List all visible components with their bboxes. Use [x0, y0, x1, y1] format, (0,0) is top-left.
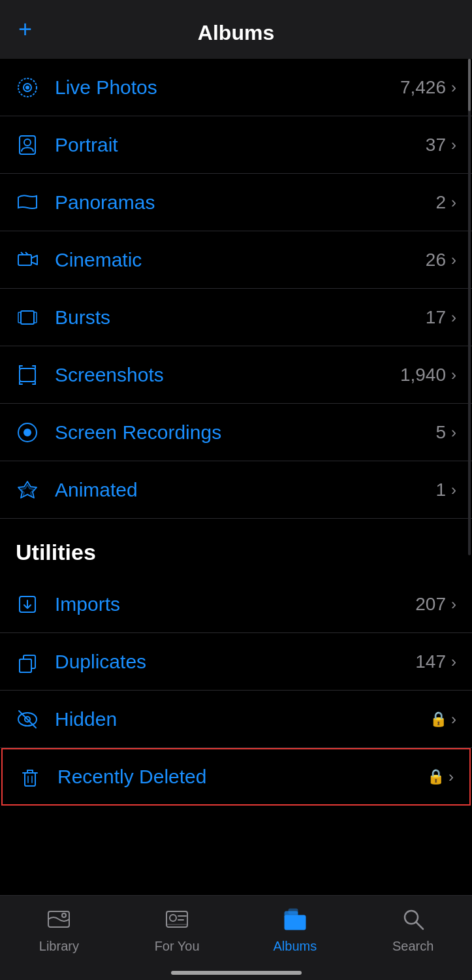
albums-tab-label: Albums	[274, 939, 317, 954]
screen-recordings-chevron: ›	[451, 423, 456, 442]
svg-rect-20	[20, 659, 31, 672]
live-photos-chevron: ›	[451, 78, 456, 97]
duplicates-icon	[16, 650, 50, 674]
animated-count: 1	[435, 480, 446, 500]
portrait-label: Portrait	[55, 134, 426, 156]
list-item-portrait[interactable]: Portrait 37 ›	[0, 116, 472, 174]
list-item-cinematic[interactable]: Cinematic 26 ›	[0, 231, 472, 289]
panoramas-label: Panoramas	[55, 191, 435, 214]
panoramas-chevron: ›	[451, 193, 456, 212]
list-item-panoramas[interactable]: Panoramas 2 ›	[0, 174, 472, 231]
list-item-animated[interactable]: Animated 1 ›	[0, 461, 472, 519]
duplicates-label: Duplicates	[55, 651, 415, 673]
imports-count: 207	[415, 594, 446, 615]
svg-rect-34	[289, 909, 298, 914]
cinematic-chevron: ›	[451, 251, 456, 269]
screen-recordings-count: 5	[435, 422, 446, 443]
page-title: Albums	[198, 21, 274, 45]
list-item-imports[interactable]: Imports 207 ›	[0, 576, 472, 633]
panoramas-count: 2	[435, 192, 446, 213]
imports-icon	[16, 593, 50, 616]
recently-deleted-lock-icon: 🔒	[427, 768, 445, 785]
duplicates-count: 147	[415, 651, 446, 672]
svg-point-14	[24, 429, 31, 436]
bursts-icon	[16, 306, 50, 329]
svg-point-31	[170, 915, 176, 921]
header: + Albums	[0, 0, 472, 59]
bursts-count: 17	[426, 307, 446, 328]
list-item-duplicates[interactable]: Duplicates 147 ›	[0, 633, 472, 691]
live-photos-icon	[16, 76, 50, 99]
tab-albums[interactable]: Albums	[236, 904, 354, 954]
list-item-screen-recordings[interactable]: Screen Recordings 5 ›	[0, 404, 472, 461]
animated-icon	[16, 478, 50, 502]
hidden-chevron: ›	[451, 710, 456, 728]
albums-tab-icon	[279, 904, 311, 935]
live-photos-count: 7,426	[400, 77, 446, 98]
svg-rect-10	[18, 312, 21, 323]
recently-deleted-icon	[18, 765, 52, 789]
svg-point-4	[24, 139, 31, 146]
tab-for-you[interactable]: For You	[118, 904, 236, 954]
svg-rect-12	[20, 368, 35, 382]
svg-point-29	[62, 913, 66, 917]
list-item-screenshots[interactable]: Screenshots 1,940 ›	[0, 346, 472, 404]
imports-chevron: ›	[451, 595, 456, 613]
list-item-recently-deleted[interactable]: Recently Deleted 🔒 ›	[1, 748, 471, 806]
list-item-live-photos[interactable]: Live Photos 7,426 ›	[0, 59, 472, 116]
tab-search[interactable]: Search	[354, 904, 472, 954]
search-tab-icon	[398, 904, 429, 935]
list-item-hidden[interactable]: Hidden 🔒 ›	[0, 691, 472, 748]
portrait-count: 37	[426, 135, 446, 155]
svg-rect-24	[25, 773, 35, 786]
bursts-label: Bursts	[55, 306, 426, 329]
portrait-icon	[16, 133, 50, 157]
scrollbar[interactable]	[468, 59, 471, 555]
library-tab-icon	[43, 904, 74, 935]
screen-recordings-icon	[16, 421, 50, 444]
screenshots-icon	[16, 363, 50, 387]
recently-deleted-chevron: ›	[448, 768, 454, 786]
hidden-icon	[16, 708, 50, 731]
svg-rect-5	[18, 255, 31, 265]
search-tab-label: Search	[392, 939, 433, 954]
screenshots-label: Screenshots	[55, 364, 400, 386]
library-tab-label: Library	[39, 939, 79, 954]
live-photos-label: Live Photos	[55, 76, 400, 99]
home-indicator	[171, 971, 302, 975]
panoramas-icon	[16, 191, 50, 214]
animated-label: Animated	[55, 479, 435, 501]
scrollbar-thumb[interactable]	[468, 59, 471, 111]
hidden-lock-icon: 🔒	[430, 711, 447, 728]
cinematic-label: Cinematic	[55, 249, 426, 271]
for-you-tab-label: For You	[155, 939, 200, 954]
animated-chevron: ›	[451, 481, 456, 499]
add-button[interactable]: +	[18, 16, 32, 43]
tab-library[interactable]: Library	[0, 904, 118, 954]
svg-rect-11	[34, 312, 37, 323]
screenshots-count: 1,940	[400, 365, 446, 385]
for-you-tab-icon	[161, 904, 193, 935]
svg-line-36	[416, 922, 423, 929]
utilities-section-header: Utilities	[0, 519, 472, 576]
tab-bar: Library For You Albums	[0, 895, 472, 980]
portrait-chevron: ›	[451, 136, 456, 154]
svg-point-2	[26, 86, 29, 89]
bursts-chevron: ›	[451, 308, 456, 327]
recently-deleted-label: Recently Deleted	[57, 766, 427, 788]
list-item-bursts[interactable]: Bursts 17 ›	[0, 289, 472, 346]
media-types-list: Live Photos 7,426 › Portrait 37 › Panora…	[0, 59, 472, 806]
duplicates-chevron: ›	[451, 653, 456, 671]
screenshots-chevron: ›	[451, 366, 456, 384]
imports-label: Imports	[55, 593, 415, 615]
cinematic-count: 26	[426, 250, 446, 270]
cinematic-icon	[16, 248, 50, 272]
hidden-label: Hidden	[55, 708, 430, 730]
svg-rect-9	[21, 311, 34, 324]
screen-recordings-label: Screen Recordings	[55, 421, 435, 444]
